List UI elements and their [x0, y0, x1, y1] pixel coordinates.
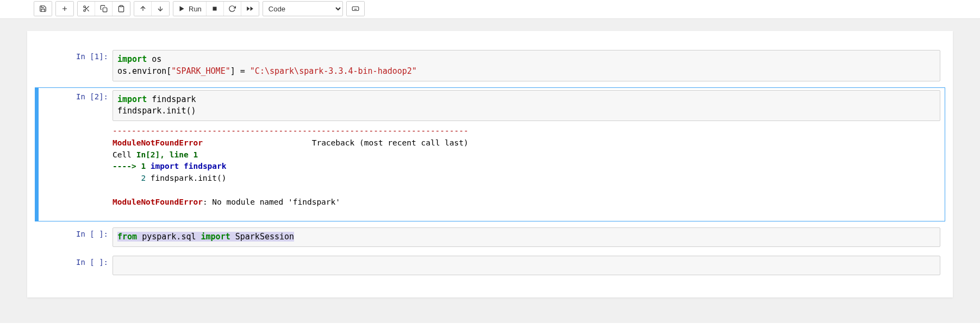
cell-output-error: ----------------------------------------… [113, 121, 940, 219]
move-up-button[interactable] [134, 2, 152, 16]
svg-rect-15 [352, 7, 359, 11]
page-background: In [1]: import os os.environ["SPARK_HOME… [0, 19, 980, 323]
svg-rect-12 [213, 7, 217, 11]
fast-forward-icon [246, 5, 254, 12]
save-icon [39, 5, 47, 12]
svg-marker-13 [250, 7, 253, 11]
toolbar: Run Code [0, 0, 980, 19]
cut-icon [83, 5, 90, 12]
save-button[interactable] [34, 2, 52, 16]
cell-prompt: In [2]: [39, 88, 113, 221]
play-icon [178, 5, 185, 12]
code-cell[interactable]: In [ ]: from pyspark.sql import SparkSes… [35, 225, 945, 250]
svg-point-3 [83, 10, 85, 12]
copy-button[interactable] [95, 2, 113, 16]
notebook-container: In [1]: import os os.environ["SPARK_HOME… [27, 31, 953, 297]
arrow-down-icon [157, 5, 164, 12]
svg-rect-8 [120, 5, 123, 7]
svg-marker-11 [180, 6, 184, 11]
code-input[interactable] [113, 256, 940, 275]
restart-run-all-button[interactable] [241, 2, 259, 16]
svg-line-5 [87, 9, 89, 11]
paste-button[interactable] [113, 2, 130, 16]
run-label: Run [189, 5, 202, 13]
cell-prompt: In [ ]: [39, 253, 113, 277]
svg-line-6 [85, 8, 86, 9]
run-button[interactable]: Run [173, 2, 207, 16]
code-input[interactable]: import findspark findspark.init() [113, 90, 940, 122]
svg-marker-14 [247, 7, 249, 11]
refresh-icon [228, 5, 236, 12]
cell-prompt: In [1]: [39, 48, 113, 84]
code-input[interactable]: from pyspark.sql import SparkSession [113, 227, 940, 247]
svg-point-2 [83, 6, 85, 8]
svg-rect-7 [103, 8, 107, 12]
cell-type-select[interactable]: Code [263, 1, 343, 16]
command-palette-button[interactable] [347, 2, 364, 16]
arrow-up-icon [139, 5, 147, 12]
cut-button[interactable] [78, 2, 95, 16]
copy-icon [100, 5, 108, 12]
code-cell[interactable]: In [ ]: [35, 253, 945, 278]
insert-cell-button[interactable] [56, 2, 73, 16]
restart-button[interactable] [224, 2, 241, 16]
keyboard-icon [352, 5, 359, 12]
move-down-button[interactable] [152, 2, 169, 16]
interrupt-button[interactable] [207, 2, 224, 16]
cell-prompt: In [ ]: [39, 225, 113, 249]
code-input[interactable]: import os os.environ["SPARK_HOME"] = "C:… [113, 50, 940, 81]
code-cell[interactable]: In [1]: import os os.environ["SPARK_HOME… [35, 47, 945, 84]
code-cell[interactable]: In [2]: import findspark findspark.init(… [35, 87, 945, 222]
paste-icon [117, 5, 125, 12]
plus-icon [61, 5, 68, 12]
stop-icon [211, 5, 219, 12]
